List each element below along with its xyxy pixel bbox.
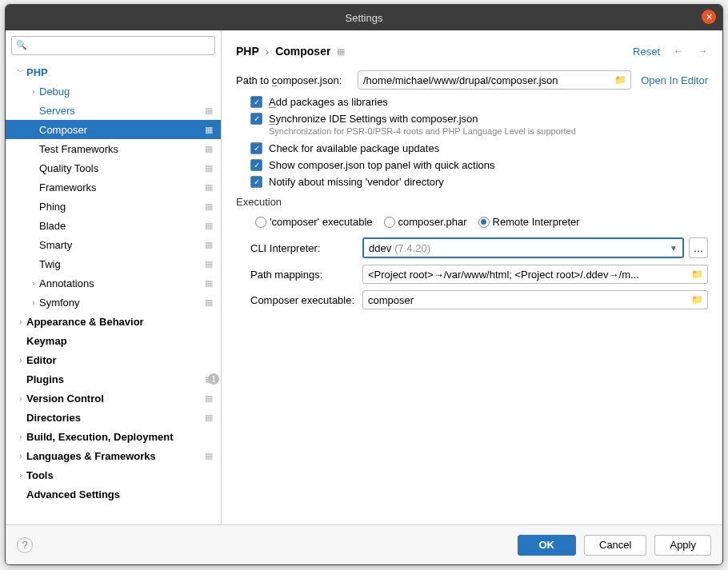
mappings-input[interactable] [362, 265, 708, 284]
tree-item-editor[interactable]: ›Editor [6, 350, 221, 369]
cli-interpreter-combo[interactable]: ddev(7.4.20) ▼ [362, 237, 684, 258]
checkbox-add-libraries[interactable]: ✓ [250, 96, 262, 108]
execution-heading: Execution [236, 196, 708, 208]
forward-button[interactable]: → [697, 45, 708, 58]
path-input[interactable] [358, 70, 631, 90]
checkbox-sync[interactable]: ✓ [250, 113, 262, 125]
chevron-right-icon: › [15, 394, 26, 403]
crumb-composer: Composer [275, 45, 330, 58]
open-in-editor-link[interactable]: Open In Editor [641, 74, 708, 86]
scope-icon: ▦ [205, 125, 214, 134]
radio-composer-phar[interactable]: composer.phar [384, 216, 467, 228]
path-label: Path to composer.json: [236, 74, 358, 86]
tree-item-smarty[interactable]: Smarty▦ [6, 235, 221, 254]
tree-item-keymap[interactable]: Keymap [6, 331, 221, 350]
footer: ? OK Cancel Apply [6, 524, 722, 564]
mappings-label: Path mappings: [250, 269, 362, 281]
chevron-right-icon: › [266, 46, 269, 58]
chk-check-label: Check for available package updates [269, 142, 439, 154]
tree-item-build[interactable]: ›Build, Execution, Deployment [6, 427, 221, 446]
form: Path to composer.json: 📁 Open In Editor … [236, 62, 708, 316]
scope-icon: ▦ [205, 278, 214, 288]
folder-icon[interactable]: 📁 [691, 294, 703, 305]
scope-icon: ▦ [205, 374, 214, 384]
tree-item-symfony[interactable]: ›Symfony▦ [6, 293, 221, 312]
scope-icon: ▦ [205, 201, 214, 211]
search-icon: 🔍 [16, 40, 27, 50]
tree-item-plugins[interactable]: Plugins1▦ [6, 369, 221, 389]
scope-icon: ▦ [205, 106, 214, 115]
back-button[interactable]: ← [673, 45, 684, 58]
search-wrap: 🔍 [6, 30, 221, 61]
settings-window: Settings ✕ 🔍 ﹀PHP ›Debug Servers▦ Compos… [5, 4, 723, 565]
ok-button[interactable]: OK [518, 535, 577, 556]
exec-label: Composer executable: [250, 294, 362, 306]
scope-icon: ▦ [205, 393, 214, 403]
tree-item-appearance[interactable]: ›Appearance & Behavior [6, 312, 221, 331]
chevron-right-icon: › [15, 452, 26, 460]
breadcrumb: PHP › Composer ▦ Reset ← → [236, 40, 708, 62]
tree-item-frameworks[interactable]: Frameworks▦ [6, 177, 221, 197]
checkbox-check-updates[interactable]: ✓ [250, 142, 262, 154]
tree-item-languages[interactable]: ›Languages & Frameworks▦ [6, 446, 221, 465]
crumb-php[interactable]: PHP [236, 45, 259, 58]
composer-exec-input[interactable] [362, 290, 708, 309]
folder-icon[interactable]: 📁 [614, 74, 626, 86]
cli-label: CLI Interpreter: [250, 242, 362, 254]
help-button[interactable]: ? [17, 537, 33, 553]
cancel-button[interactable]: Cancel [584, 535, 646, 556]
scope-icon: ▦ [205, 144, 214, 153]
tree-item-annotations[interactable]: ›Annotations▦ [6, 273, 221, 293]
scope-icon: ▦ [205, 259, 214, 269]
checkbox-vendor[interactable]: ✓ [250, 176, 262, 188]
chevron-right-icon: › [28, 87, 39, 96]
apply-button[interactable]: Apply [654, 535, 711, 556]
tree-item-twig[interactable]: Twig▦ [6, 254, 221, 273]
chk-add-label: Add packages as libraries [269, 96, 388, 108]
chevron-down-icon: ﹀ [15, 66, 26, 78]
scope-icon: ▦ [205, 240, 214, 249]
radio-composer-exec[interactable]: 'composer' executable [255, 216, 373, 228]
close-button[interactable]: ✕ [702, 10, 716, 24]
window-title: Settings [346, 12, 383, 24]
search-input[interactable] [11, 36, 215, 55]
main-panel: PHP › Composer ▦ Reset ← → Path to compo… [222, 30, 722, 524]
settings-tree: ﹀PHP ›Debug Servers▦ Composer▦ Test Fram… [6, 61, 221, 524]
tree-item-php[interactable]: ﹀PHP [6, 62, 221, 82]
radio-remote-interpreter[interactable]: Remote Interpreter [478, 216, 580, 228]
tree-item-composer[interactable]: Composer▦ [6, 120, 221, 139]
scope-icon: ▦ [205, 182, 214, 192]
tree-item-directories[interactable]: Directories▦ [6, 408, 221, 427]
chevron-right-icon: › [15, 317, 26, 326]
body: 🔍 ﹀PHP ›Debug Servers▦ Composer▦ Test Fr… [6, 30, 722, 524]
checkbox-top-panel[interactable]: ✓ [250, 159, 262, 171]
tree-item-vcs[interactable]: ›Version Control▦ [6, 389, 221, 408]
tree-item-servers[interactable]: Servers▦ [6, 101, 221, 120]
reset-link[interactable]: Reset [633, 46, 660, 58]
scope-icon: ▦ [205, 297, 214, 307]
chk-vendor-label: Notify about missing 'vendor' directory [269, 176, 444, 188]
chk-top-label: Show composer.json top panel with quick … [269, 159, 495, 171]
tree-item-phing[interactable]: Phing▦ [6, 197, 221, 216]
tree-item-test-frameworks[interactable]: Test Frameworks▦ [6, 139, 221, 158]
chevron-right-icon: › [28, 279, 39, 288]
scope-icon: ▦ [205, 163, 214, 173]
tree-item-advanced[interactable]: Advanced Settings [6, 484, 221, 504]
chevron-right-icon: › [15, 432, 26, 441]
tree-item-blade[interactable]: Blade▦ [6, 216, 221, 235]
scope-icon: ▦ [205, 221, 214, 230]
folder-icon[interactable]: 📁 [691, 269, 703, 280]
tree-item-debug[interactable]: ›Debug [6, 82, 221, 101]
tree-item-quality-tools[interactable]: Quality Tools▦ [6, 158, 221, 177]
scope-icon: ▦ [205, 451, 214, 460]
chk-sync-label: Synchronize IDE Settings with composer.j… [269, 113, 478, 125]
scope-icon: ▦ [337, 46, 345, 57]
chevron-right-icon: › [15, 471, 26, 480]
chevron-down-icon: ▼ [670, 244, 678, 253]
tree-item-tools[interactable]: ›Tools [6, 465, 221, 484]
sync-hint: Synchronization for PSR-0/PSR-4 roots an… [236, 126, 708, 136]
cli-browse-button[interactable]: … [689, 237, 708, 258]
execution-radio-group: 'composer' executable composer.phar Remo… [236, 216, 708, 228]
titlebar: Settings ✕ [6, 5, 722, 30]
chevron-right-icon: › [15, 356, 26, 365]
